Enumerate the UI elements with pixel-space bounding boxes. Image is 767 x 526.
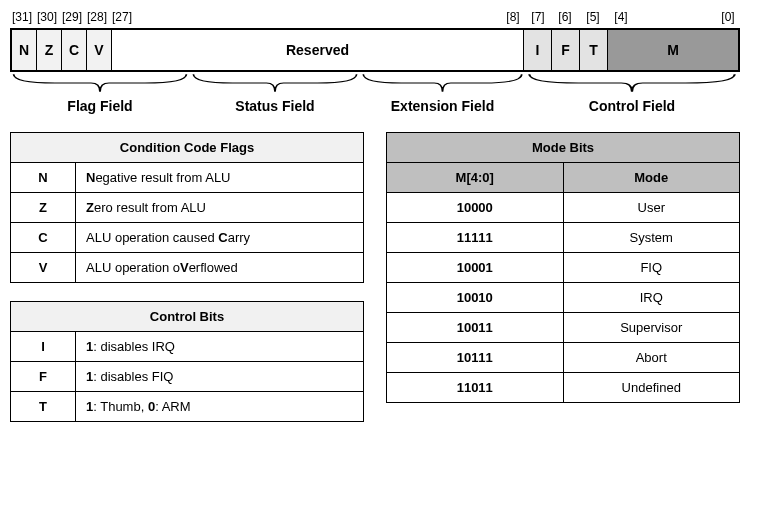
brace-extension: Extension Field: [360, 72, 525, 114]
flag-key: Z: [11, 193, 76, 223]
bit-label: [5]: [586, 10, 599, 24]
table-row: 11111System: [387, 223, 740, 253]
mode-bits: 10010: [387, 283, 564, 313]
flag-desc: ALU operation oVerflowed: [76, 253, 364, 283]
flag-key: V: [11, 253, 76, 283]
flag-key: C: [11, 223, 76, 253]
bit-label: [31]: [12, 10, 32, 24]
reg-cell-c: C: [62, 30, 87, 70]
brace-label: Flag Field: [10, 98, 190, 114]
brace-flag: Flag Field: [10, 72, 190, 114]
control-bits-table: Control Bits I1: disables IRQF1: disable…: [10, 301, 364, 422]
ctrl-key: T: [11, 392, 76, 422]
reg-cell-i: I: [524, 30, 552, 70]
bit-label: [28]: [87, 10, 107, 24]
flag-desc: Zero result from ALU: [76, 193, 364, 223]
reg-cell-m: M: [608, 30, 738, 70]
table-title: Control Bits: [11, 302, 364, 332]
mode-bits: 10001: [387, 253, 564, 283]
mode-col-header: M[4:0]: [387, 163, 564, 193]
mode-bits: 11111: [387, 223, 564, 253]
mode-name: FIQ: [563, 253, 740, 283]
mode-bits: 11011: [387, 373, 564, 403]
table-row: 10001FIQ: [387, 253, 740, 283]
field-braces: Flag Field Status Field Extension Field …: [10, 72, 740, 120]
table-row: NNegative result from ALU: [11, 163, 364, 193]
bit-label: [27]: [112, 10, 132, 24]
table-row: T1: Thumb, 0: ARM: [11, 392, 364, 422]
reg-cell-f: F: [552, 30, 580, 70]
ctrl-key: F: [11, 362, 76, 392]
brace-label: Extension Field: [360, 98, 525, 114]
table-row: 10010IRQ: [387, 283, 740, 313]
table-row: 10111Abort: [387, 343, 740, 373]
mode-name: Undefined: [563, 373, 740, 403]
reg-cell-t: T: [580, 30, 608, 70]
bit-label: [0]: [721, 10, 734, 24]
reg-cell-v: V: [87, 30, 112, 70]
mode-name: Supervisor: [563, 313, 740, 343]
bit-index-row: [31] [30] [29] [28] [27] [8] [7] [6] [5]…: [10, 10, 740, 28]
table-row: CALU operation caused Carry: [11, 223, 364, 253]
flag-key: N: [11, 163, 76, 193]
ctrl-desc: 1: Thumb, 0: ARM: [76, 392, 364, 422]
brace-status: Status Field: [190, 72, 360, 114]
register-diagram: [31] [30] [29] [28] [27] [8] [7] [6] [5]…: [10, 10, 740, 120]
table-row: 10000User: [387, 193, 740, 223]
table-row: 11011Undefined: [387, 373, 740, 403]
mode-bits-table: Mode Bits M[4:0] Mode 10000User11111Syst…: [386, 132, 740, 403]
mode-name: User: [563, 193, 740, 223]
mode-bits: 10000: [387, 193, 564, 223]
mode-name: Abort: [563, 343, 740, 373]
brace-label: Control Field: [525, 98, 739, 114]
flag-desc: Negative result from ALU: [76, 163, 364, 193]
reg-cell-z: Z: [37, 30, 62, 70]
table-row: VALU operation oVerflowed: [11, 253, 364, 283]
mode-bits: 10111: [387, 343, 564, 373]
table-title: Mode Bits: [387, 133, 740, 163]
ctrl-desc: 1: disables FIQ: [76, 362, 364, 392]
ctrl-desc: 1: disables IRQ: [76, 332, 364, 362]
register-box: N Z C V Reserved I F T M: [10, 28, 740, 72]
mode-name: System: [563, 223, 740, 253]
table-row: F1: disables FIQ: [11, 362, 364, 392]
reg-cell-n: N: [12, 30, 37, 70]
table-row: ZZero result from ALU: [11, 193, 364, 223]
mode-bits: 10011: [387, 313, 564, 343]
condition-code-flags-table: Condition Code Flags NNegative result fr…: [10, 132, 364, 283]
brace-label: Status Field: [190, 98, 360, 114]
table-row: 10011Supervisor: [387, 313, 740, 343]
reg-cell-reserved: Reserved: [112, 30, 524, 70]
mode-name: IRQ: [563, 283, 740, 313]
flag-desc: ALU operation caused Carry: [76, 223, 364, 253]
bit-label: [30]: [37, 10, 57, 24]
table-title: Condition Code Flags: [11, 133, 364, 163]
mode-col-header: Mode: [563, 163, 740, 193]
bit-label: [6]: [558, 10, 571, 24]
table-row: I1: disables IRQ: [11, 332, 364, 362]
bit-label: [7]: [531, 10, 544, 24]
bit-label: [29]: [62, 10, 82, 24]
ctrl-key: I: [11, 332, 76, 362]
bit-label: [4]: [614, 10, 627, 24]
bit-label: [8]: [506, 10, 519, 24]
brace-control: Control Field: [525, 72, 739, 114]
